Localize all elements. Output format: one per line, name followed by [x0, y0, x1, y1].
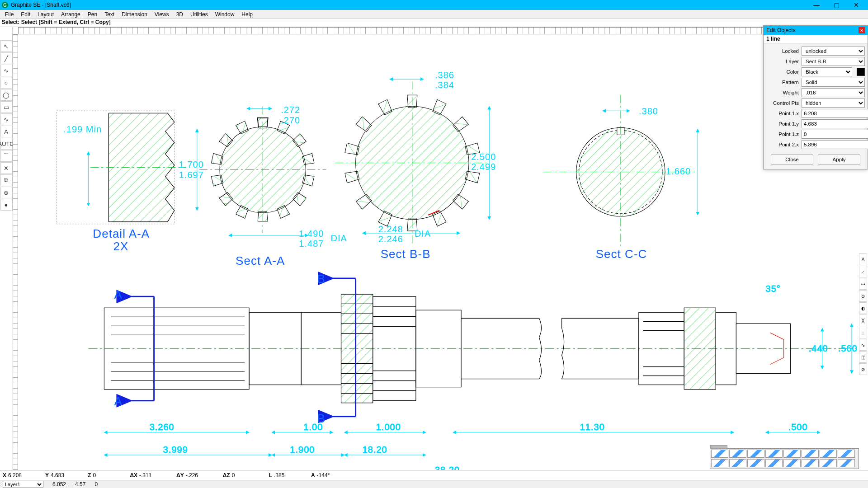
svg-text:.560: .560: [838, 343, 858, 353]
snap-button[interactable]: ⊙: [859, 290, 867, 302]
locked-select[interactable]: unlocked: [802, 47, 865, 56]
pen-style-swatch[interactable]: [747, 450, 764, 458]
point1y-input[interactable]: [802, 119, 868, 128]
pen-style-swatch[interactable]: [729, 450, 746, 458]
apply-button[interactable]: Apply: [818, 155, 860, 164]
tool-button-9[interactable]: ⌒: [0, 150, 12, 162]
pen-style-palette[interactable]: [710, 448, 859, 469]
menu-pen[interactable]: Pen: [85, 11, 100, 18]
close-button[interactable]: ✕: [846, 0, 866, 10]
snap-button[interactable]: ⟋: [859, 266, 867, 277]
menu-dimension[interactable]: Dimension: [118, 11, 151, 18]
pen-style-swatch[interactable]: [802, 459, 819, 467]
ruler-vertical[interactable]: [13, 34, 18, 470]
point1z-input[interactable]: [802, 130, 868, 139]
svg-text:2.248: 2.248: [378, 224, 403, 234]
menu-help[interactable]: Help: [238, 11, 256, 18]
palette-grip[interactable]: [710, 445, 727, 449]
svg-text:.384: .384: [435, 80, 454, 90]
close-panel-button[interactable]: Close: [771, 155, 813, 164]
menu-text[interactable]: Text: [101, 11, 118, 18]
menu-edit[interactable]: Edit: [18, 11, 33, 18]
svg-text:Sect C-C: Sect C-C: [596, 247, 647, 261]
menu-views[interactable]: Views: [151, 11, 172, 18]
angle-input[interactable]: [317, 472, 344, 479]
drawing-canvas[interactable]: .199 Min Detail A-A 2X 1.700 1.697 .272 …: [18, 34, 859, 470]
point2x-input[interactable]: [802, 140, 868, 149]
pen-style-swatch[interactable]: [802, 450, 819, 458]
delta-x-input[interactable]: [139, 472, 166, 479]
pen-style-swatch[interactable]: [711, 450, 728, 458]
pattern-select[interactable]: Solid: [802, 78, 865, 87]
svg-text:.380: .380: [639, 106, 658, 116]
layer-prop-select[interactable]: Sect B-B: [802, 57, 865, 66]
snap-button[interactable]: ⟂: [859, 327, 867, 338]
coord-z-input[interactable]: [93, 472, 120, 479]
pen-style-swatch[interactable]: [783, 459, 801, 467]
svg-text:38.20: 38.20: [435, 465, 460, 470]
svg-rect-56: [341, 294, 373, 403]
menu-file[interactable]: File: [2, 11, 17, 18]
tool-button-4[interactable]: ◯: [0, 89, 12, 101]
delta-y-input[interactable]: [186, 472, 213, 479]
delta-z-input[interactable]: [232, 472, 259, 479]
tool-button-6[interactable]: ∿: [0, 113, 12, 125]
tool-button-12[interactable]: ⊕: [0, 187, 12, 198]
status-sy: 4.57: [75, 481, 85, 488]
pen-style-swatch[interactable]: [820, 450, 837, 458]
tool-button-2[interactable]: ∿: [0, 65, 12, 76]
tool-button-3[interactable]: ○: [0, 77, 12, 89]
panel-close-button[interactable]: ✕: [859, 27, 865, 33]
pen-style-swatch[interactable]: [729, 459, 746, 467]
pen-style-swatch[interactable]: [765, 459, 783, 467]
tool-button-1[interactable]: ╱: [0, 52, 12, 64]
snap-button[interactable]: ⊶: [859, 278, 867, 290]
snap-button[interactable]: ╳: [859, 314, 867, 326]
menu-window[interactable]: Window: [212, 11, 238, 18]
pen-style-swatch[interactable]: [747, 459, 764, 467]
tool-button-13[interactable]: ●: [0, 199, 12, 211]
svg-text:1.900: 1.900: [290, 445, 315, 455]
pen-style-swatch[interactable]: [838, 450, 855, 458]
menu-layout[interactable]: Layout: [34, 11, 57, 18]
tool-button-8[interactable]: AUTO: [0, 138, 12, 150]
tool-button-0[interactable]: ↖: [0, 40, 12, 52]
controlpts-select[interactable]: hidden: [802, 99, 865, 108]
pen-style-swatch[interactable]: [838, 459, 855, 467]
snap-button[interactable]: ↘: [859, 339, 867, 351]
length-input[interactable]: [274, 472, 301, 479]
point1x-input[interactable]: [802, 109, 868, 118]
svg-text:1.490: 1.490: [299, 229, 324, 239]
ruler-horizontal[interactable]: [18, 27, 859, 34]
pen-style-swatch[interactable]: [820, 459, 837, 467]
color-select[interactable]: Black: [802, 67, 852, 76]
tool-button-11[interactable]: ⧉: [0, 174, 12, 186]
svg-text:.199  Min: .199 Min: [63, 124, 102, 134]
snap-auto-button[interactable]: A: [859, 253, 867, 265]
coord-y-input[interactable]: [51, 472, 78, 479]
tool-button-10[interactable]: ✕: [0, 162, 12, 174]
svg-text:Sect B-B: Sect B-B: [381, 247, 431, 261]
snap-button[interactable]: ⊘: [859, 363, 867, 375]
pen-style-swatch[interactable]: [783, 450, 801, 458]
edit-objects-panel[interactable]: Edit Objects ✕ 1 line Lockedunlocked Lay…: [763, 25, 868, 169]
title-bar: G Graphite SE - [Shaft.vc6] — ▢ ✕: [0, 0, 868, 10]
menu-utilities[interactable]: Utilities: [187, 11, 211, 18]
tool-button-5[interactable]: ▭: [0, 101, 12, 113]
snap-button[interactable]: ◫: [859, 351, 867, 363]
snap-button[interactable]: ◐: [859, 302, 867, 314]
panel-titlebar[interactable]: Edit Objects ✕: [764, 26, 868, 35]
layer-select[interactable]: Layer1: [3, 481, 43, 488]
svg-text:A: A: [114, 394, 122, 408]
menu-3d[interactable]: 3D: [173, 11, 186, 18]
weight-select[interactable]: .016: [802, 88, 865, 97]
tool-button-7[interactable]: A: [0, 126, 12, 137]
pen-style-swatch[interactable]: [765, 450, 783, 458]
menu-arrange[interactable]: Arrange: [58, 11, 84, 18]
color-swatch[interactable]: [857, 68, 865, 76]
minimize-button[interactable]: —: [807, 0, 826, 10]
maximize-button[interactable]: ▢: [826, 0, 846, 10]
pen-style-swatch[interactable]: [711, 459, 728, 467]
coord-x-input[interactable]: [8, 472, 35, 479]
svg-text:2X: 2X: [113, 239, 128, 253]
